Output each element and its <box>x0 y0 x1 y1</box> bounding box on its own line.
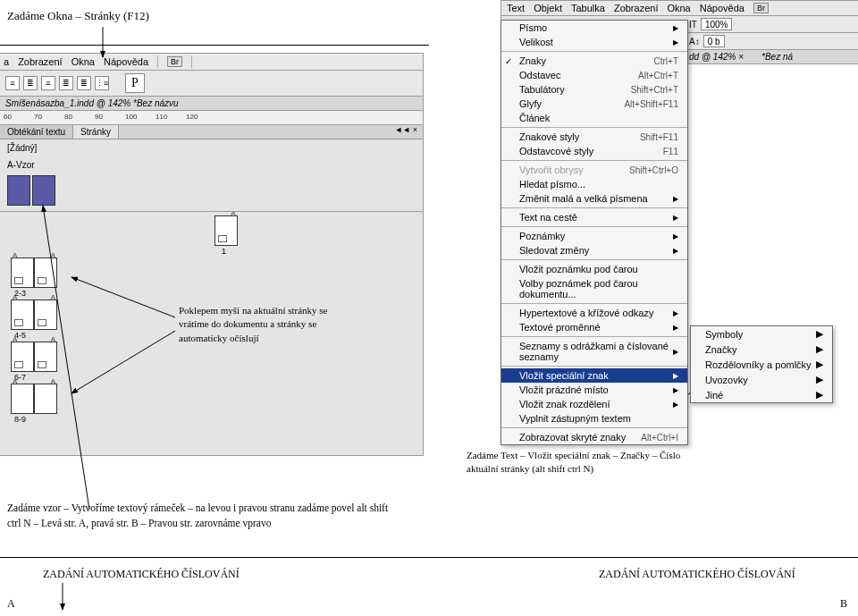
menu-item[interactable]: Vložit poznámku pod čarou <box>501 262 687 276</box>
menu-item[interactable]: Vyplnit zástupným textem <box>501 411 687 426</box>
menu-text[interactable]: Text <box>507 3 525 13</box>
menu-item[interactable]: Text na cestě▶ <box>501 210 687 224</box>
submenu-item[interactable]: Rozdělovníky a pomlčky▶ <box>691 357 832 372</box>
br-button[interactable]: Br <box>167 56 182 67</box>
menu-item[interactable]: ✓ZnakyCtrl+T <box>501 54 687 68</box>
menu-item[interactable]: GlyfyAlt+Shift+F11 <box>501 97 687 111</box>
instruction-text: Zadáme vzor – Vytvoříme textový rámeček … <box>7 501 400 530</box>
char-scale-icon: IT <box>689 20 697 30</box>
menu-item: Vytvořit obrysyShift+Ctrl+O <box>501 163 687 177</box>
insert-special-submenu: Symboly▶Značky▶Rozdělovníky a pomlčky▶Uv… <box>690 325 833 403</box>
submenu-item[interactable]: Jiné▶ <box>691 387 832 402</box>
document-tab[interactable]: Smíšenásazba_1.indd @ 142% *Bez názvu <box>0 97 424 111</box>
pilcrow-icon[interactable]: P <box>125 73 145 93</box>
ruler-tick: 100 <box>125 113 137 121</box>
page-set[interactable]: A A 8-9 <box>11 384 423 424</box>
menu-item[interactable]: Vložit prázdné místo▶ <box>501 383 687 397</box>
br-button[interactable]: Br <box>753 3 769 13</box>
master-a[interactable]: A-Vzor <box>0 156 423 173</box>
menu-a[interactable]: a <box>4 56 9 67</box>
baseline-icon: A↕ <box>689 37 700 46</box>
menu-zobrazeni[interactable]: Zobrazení <box>614 3 659 13</box>
page-set[interactable]: A 1 <box>11 215 423 256</box>
page-set[interactable]: A A 6-7 <box>11 342 423 382</box>
pages-panel: Obtékání textu Stránky ◄◄ × [Žádný] A-Vz… <box>0 125 424 456</box>
justify-icon[interactable]: ≣ <box>59 76 73 90</box>
menu-okna[interactable]: Okna <box>667 3 690 13</box>
ruler-tick: 90 <box>95 113 103 121</box>
menu-tabulka[interactable]: Tabulka <box>571 3 605 13</box>
ruler-tick: 80 <box>64 113 72 121</box>
footer-right: ZADÁNÍ AUTOMATICKÉHO ČÍSLOVÁNÍ <box>599 568 795 581</box>
page-title-left: Zadáme Okna – Stránky (F12) <box>0 0 429 29</box>
menu-separator <box>501 127 687 128</box>
menu-item[interactable]: Seznamy s odrážkami a číslované seznamy▶ <box>501 339 687 364</box>
menu-item[interactable]: Textové proměnné▶ <box>501 320 687 334</box>
menu-item[interactable]: Vložit speciální znak▶ <box>501 368 687 383</box>
page-num: 8-9 <box>14 415 423 424</box>
align-right-icon[interactable]: ≡ <box>41 76 55 90</box>
page-num: 6-7 <box>14 373 423 382</box>
list-icon[interactable]: ⋮≡ <box>95 76 109 90</box>
ruler-tick: 70 <box>34 113 42 121</box>
page-set[interactable]: A A 2-3 <box>11 257 423 298</box>
menu-separator <box>501 51 687 52</box>
tab-text-wrap[interactable]: Obtékání textu <box>0 125 73 139</box>
menu-item[interactable]: Odstavcové stylyF11 <box>501 144 687 158</box>
page-label-a: A <box>7 597 15 611</box>
master-thumb-left[interactable] <box>7 175 30 206</box>
scale-field[interactable]: 100% <box>701 18 733 30</box>
separator <box>191 55 192 68</box>
menu-item[interactable]: Zobrazovat skryté znakyAlt+Ctrl+I <box>501 430 687 444</box>
menu-separator <box>501 160 687 161</box>
menu-separator <box>501 207 687 208</box>
text-menu-dropdown: Písmo▶Velikost▶✓ZnakyCtrl+TOdstavecAlt+C… <box>500 20 688 445</box>
ruler-tick: 110 <box>156 113 167 121</box>
menu-item[interactable]: Poznámky▶ <box>501 229 687 243</box>
menu-separator <box>501 366 687 367</box>
tab-pages[interactable]: Stránky <box>73 125 119 139</box>
page-num: 2-3 <box>14 289 423 298</box>
baseline-field[interactable]: 0 b <box>703 35 725 47</box>
menu-item[interactable]: OdstavecAlt+Ctrl+T <box>501 68 687 82</box>
ruler: 60 70 80 90 100 110 120 <box>0 111 424 125</box>
master-thumb-right[interactable] <box>32 175 55 206</box>
divider <box>0 557 858 558</box>
ruler-tick: 60 <box>4 113 12 121</box>
menu-objekt[interactable]: Objekt <box>534 3 562 13</box>
master-none[interactable]: [Žádný] <box>0 139 423 156</box>
menu-zobrazeni[interactable]: Zobrazení <box>18 56 63 67</box>
menu-item[interactable]: Vložit znak rozdělení▶ <box>501 397 687 411</box>
align-center-icon[interactable]: ≣ <box>23 76 38 90</box>
menu-item[interactable]: Znakové stylyShift+F11 <box>501 130 687 144</box>
submenu-item[interactable]: Symboly▶ <box>691 326 832 342</box>
callout-special-char: Zadáme Text – Vložit speciální znak – Zn… <box>467 449 699 477</box>
menu-item[interactable]: TabulátoryShift+Ctrl+T <box>501 82 687 97</box>
page-label-b: B <box>840 597 847 611</box>
page-num: 1 <box>25 247 423 256</box>
menu-item[interactable]: Volby poznámek pod čarou dokumentu... <box>501 276 687 301</box>
menubar-left: a Zobrazení Okna Nápověda Br <box>0 53 424 71</box>
ruler-tick: 120 <box>186 113 198 121</box>
menu-item[interactable]: Hypertextové a křížové odkazy▶ <box>501 306 687 320</box>
divider <box>0 45 429 46</box>
menu-item[interactable]: Článek <box>501 111 687 125</box>
submenu-item[interactable]: Značky▶ <box>691 342 832 357</box>
align-left-icon[interactable]: ≡ <box>5 76 20 90</box>
menu-napoveda[interactable]: Nápověda <box>104 56 148 67</box>
submenu-item[interactable]: Uvozovky▶ <box>691 372 832 387</box>
menu-napoveda[interactable]: Nápověda <box>700 3 744 13</box>
justify2-icon[interactable]: ≣ <box>77 76 91 90</box>
menu-separator <box>501 336 687 337</box>
menu-item[interactable]: Sledovat změny▶ <box>501 243 687 257</box>
menu-item[interactable]: Hledat písmo... <box>501 177 687 191</box>
footer-left: ZADÁNÍ AUTOMATICKÉHO ČÍSLOVÁNÍ <box>43 568 240 581</box>
toolbar-left: ≡ ≣ ≡ ≣ ≣ ⋮≡ P <box>0 71 424 97</box>
menu-item[interactable]: Velikost▶ <box>501 35 687 49</box>
menu-item[interactable]: Změnit malá a velká písmena▶ <box>501 191 687 206</box>
callout-pages: Poklepem myši na aktuální stránky se vrá… <box>179 304 349 345</box>
menu-separator <box>501 226 687 227</box>
panel-collapse-icon[interactable]: ◄◄ × <box>389 125 423 139</box>
menu-item[interactable]: Písmo▶ <box>501 21 687 35</box>
menu-okna[interactable]: Okna <box>72 56 95 67</box>
